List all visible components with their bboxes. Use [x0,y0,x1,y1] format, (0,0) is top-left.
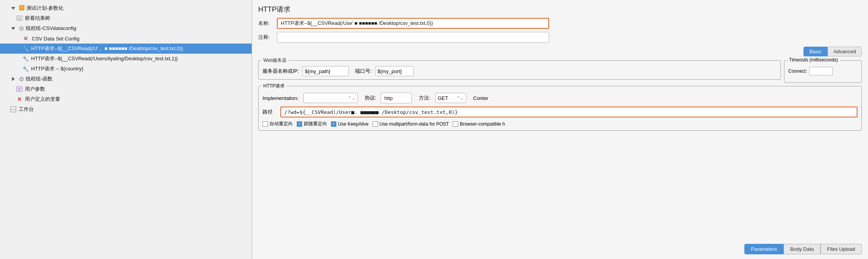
follow-redirect-label: 跟随重定向 [304,121,327,127]
svg-text:P: P [18,88,20,91]
tree-item-workbench[interactable]: 工作台 [0,104,252,114]
tree-item-http3[interactable]: 🔧 HTTP请求 -- ${country} [0,64,252,74]
tree-item-uservars[interactable]: ✕ 用户定义的变量 [0,94,252,104]
connect-input[interactable] [809,67,833,75]
wrench-icon: 🔧 [22,45,30,52]
tree-item-label: 工作台 [19,106,34,113]
impl-label: Implementation: [262,95,299,101]
timeouts-title: Timeouts (milliseconds) [788,57,840,63]
tree-item-label: CSV Data Set Config [32,36,79,42]
http-request-group-title: HTTP请求 [262,83,286,89]
checkbox-keepalive[interactable]: Use KeepAlive [331,121,369,127]
web-server-title: Web服务器 [262,57,288,64]
path-value: /?wd=${__CSVRead(/User■. ■■■■■■ /Desktop… [284,109,458,115]
impl-select[interactable]: ⌃⌄ [303,93,358,103]
tree-item-http2[interactable]: 🔧 HTTP请求--${__CSVRead(/Users/liyaling/De… [0,54,252,64]
comment-label: 注释: [258,34,274,41]
tree-item-threadgroup[interactable]: ⚙ 线程组-CSVdataconfig [0,23,252,33]
user-params-icon: P [16,85,23,93]
port-input[interactable] [375,66,414,76]
keepalive-check[interactable] [331,121,336,127]
protocol-input[interactable]: http [381,93,412,103]
path-label: 路径 [262,108,274,116]
timeouts-group: Timeouts (milliseconds) Connect: [784,60,862,83]
tree-item-label: HTTP请求--${__CSVRead(/Users/liyaling/Desk… [31,55,178,62]
result-icon [16,14,23,22]
tree-panel: T 测试计划-参数化 察看结果树 ⚙ 线程组-CSVdataconfig ✕ C… [0,0,252,259]
checkbox-multipart[interactable]: Use multipart/form-data for POST [373,121,449,127]
wrench-icon3: 🔧 [22,65,30,73]
tree-item-threadgroup2[interactable]: ⚙ 线程组-函数 [0,74,252,84]
path-input[interactable]: /?wd=${__CSVRead(/User■. ■■■■■■ /Desktop… [280,107,858,117]
content-label: Conter [473,95,488,101]
tree-item-label: HTTP请求 -- ${country} [31,65,83,72]
gear-icon: ⚙ [19,25,24,32]
tab-files-upload[interactable]: Files Upload [821,244,862,254]
multipart-check[interactable] [373,121,378,127]
triangle-down-icon [9,24,17,32]
browser-compat-label: Browser-compatible h [460,121,505,127]
triangle-right-icon [9,75,17,83]
tab-parameters[interactable]: Parameters [744,244,784,254]
name-value: HTTP请求--${__CSVRead(/Use' ■ ■■■■■■ /Desk… [281,20,433,27]
bottom-tabs: Parameters Body Data Files Upload [258,241,862,254]
http-request-group: HTTP请求 Implementation: ⌃⌄ 协议: http 方法: G… [258,86,862,131]
wrench-icon2: 🔧 [22,55,30,63]
x-icon2: ✕ [16,95,23,103]
tree-item-csv[interactable]: ✕ CSV Data Set Config [0,33,252,44]
connect-label: Connect: [788,68,807,74]
method-arrow: ⌃⌄ [457,96,464,101]
triangle-down-icon [9,4,17,12]
comment-row: 注释: [258,32,862,43]
protocol-label: 协议: [365,94,376,102]
tree-item-label: 用户定义的变量 [25,96,60,103]
tab-body-data[interactable]: Body Data [784,244,821,254]
tab-basic[interactable]: Basic [803,47,828,56]
checkbox-auto-redirect[interactable]: 自动重定向 [262,121,293,127]
tree-item-http1[interactable]: 🔧 HTTP请求--${__CSVRead(/U'， ■ ■■■■■■ /Des… [0,44,252,54]
checkbox-follow-redirect[interactable]: 跟随重定向 [297,121,327,127]
testplan-icon: T [19,5,25,12]
svg-text:T: T [21,6,23,10]
tree-item-label: 线程组-函数 [26,75,52,82]
server-name-label: 服务器名称或IP: [262,68,299,75]
web-server-group: Web服务器 服务器名称或IP: 端口号: [258,60,781,80]
x-icon: ✕ [22,35,30,42]
multipart-label: Use multipart/form-data for POST [380,121,449,127]
tab-advanced[interactable]: Advanced [828,47,862,56]
tree-item-label: 察看结果树 [25,15,50,22]
checkbox-browser-compat[interactable]: Browser-compatible h [453,121,505,127]
method-label: 方法: [419,94,430,102]
auto-redirect-check[interactable] [262,121,268,127]
comment-input[interactable] [277,32,549,43]
server-name-input[interactable] [302,66,349,76]
name-input[interactable]: HTTP请求--${__CSVRead(/Use' ■ ■■■■■■ /Desk… [277,18,549,29]
name-label: 名称: [258,20,274,27]
keepalive-label: Use KeepAlive [338,121,369,127]
right-panel: HTTP请求 名称: HTTP请求--${__CSVRead(/Use' ■ ■… [252,0,868,259]
method-value: GET [438,95,448,101]
name-row: 名称: HTTP请求--${__CSVRead(/Use' ■ ■■■■■■ /… [258,18,862,29]
tab-row: Basic Advanced [258,47,862,56]
tree-item-label: HTTP请求--${__CSVRead(/U'， ■ ■■■■■■ /Deskt… [31,45,183,52]
panel-title: HTTP请求 [258,5,862,14]
impl-arrow: ⌃⌄ [348,96,355,101]
gear-icon2: ⚙ [19,75,24,83]
protocol-value: http [384,95,393,101]
checkboxes-row: 自动重定向 跟随重定向 Use KeepAlive Use multipart/… [262,121,858,127]
tree-item-result[interactable]: 察看结果树 [0,13,252,23]
auto-redirect-label: 自动重定向 [270,121,293,127]
workbench-icon [9,105,17,113]
tree-item-label: 测试计划-参数化 [26,5,63,12]
follow-redirect-check[interactable] [297,121,302,127]
browser-compat-check[interactable] [453,121,458,127]
port-label: 端口号: [355,68,372,75]
tree-item-label: 线程组-CSVdataconfig [26,25,76,32]
tree-item-label: 用户参数 [25,86,45,93]
tree-item-testplan[interactable]: T 测试计划-参数化 [0,3,252,13]
svg-rect-8 [10,107,16,112]
tree-item-userparams[interactable]: P 用户参数 [0,84,252,94]
method-select[interactable]: GET ⌃⌄ [435,93,466,103]
